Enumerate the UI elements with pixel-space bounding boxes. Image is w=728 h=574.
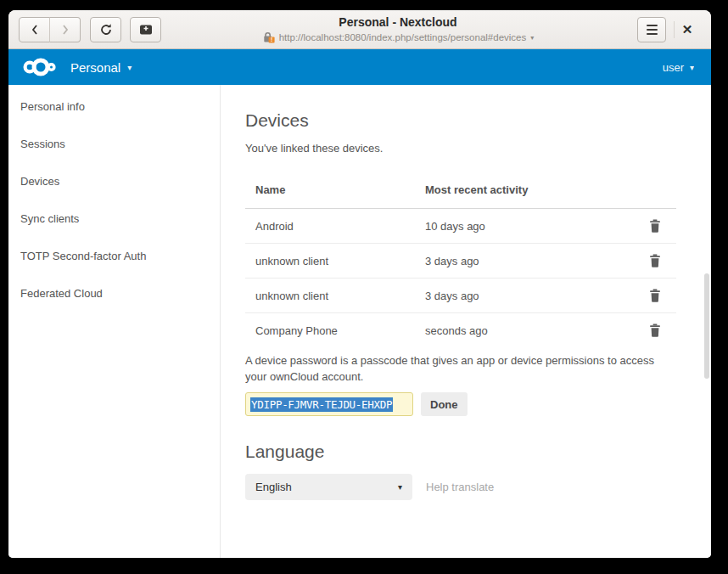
sidebar-item-sessions[interactable]: Sessions xyxy=(8,125,220,162)
delete-device-button[interactable] xyxy=(647,252,663,269)
language-select[interactable]: English ▾ xyxy=(245,474,412,500)
nextcloud-header: Personal ▾ user ▾ xyxy=(8,49,711,85)
chevron-right-icon xyxy=(61,24,70,36)
trash-icon xyxy=(649,254,661,267)
hamburger-icon xyxy=(647,25,658,35)
vertical-scrollbar-thumb[interactable] xyxy=(704,273,709,379)
browser-window: Personal - Nextcloud ! http://localhost:… xyxy=(8,10,711,558)
device-password-row: YDIPP-FJMVR-TEJDU-EHXDP Done xyxy=(245,392,711,416)
table-row: Company Phone seconds ago xyxy=(245,313,676,348)
browser-headerbar: Personal - Nextcloud ! http://localhost:… xyxy=(8,10,711,49)
user-menu[interactable]: user ▾ xyxy=(663,61,694,74)
device-activity: 10 days ago xyxy=(425,209,600,244)
done-button[interactable]: Done xyxy=(421,392,468,416)
devices-title: Devices xyxy=(245,110,711,131)
settings-sidebar: Personal info Sessions Devices Sync clie… xyxy=(8,85,221,558)
new-tab-button[interactable] xyxy=(130,17,161,42)
nextcloud-logo-icon xyxy=(21,58,60,76)
sidebar-item-personal-info[interactable]: Personal info xyxy=(8,87,220,125)
delete-device-button[interactable] xyxy=(647,217,663,234)
device-name: Company Phone xyxy=(245,313,425,348)
lock-warning-icon: ! xyxy=(262,31,275,43)
device-name: unknown client xyxy=(245,279,425,313)
trash-icon xyxy=(649,289,661,302)
sidebar-item-devices[interactable]: Devices xyxy=(8,162,220,200)
user-menu-label: user xyxy=(663,61,684,74)
devices-table: Name Most recent activity Android 10 day… xyxy=(245,178,676,347)
back-button[interactable] xyxy=(19,17,50,42)
reload-icon xyxy=(99,23,113,37)
app-menu[interactable]: Personal ▾ xyxy=(70,60,132,75)
titlebar-center: Personal - Nextcloud ! http://localhost:… xyxy=(165,15,630,43)
table-row: unknown client 3 days ago xyxy=(245,279,676,313)
close-button[interactable]: ✕ xyxy=(675,17,700,42)
column-header-actions xyxy=(600,178,676,209)
sidebar-item-federated-cloud[interactable]: Federated Cloud xyxy=(8,274,220,312)
table-row: unknown client 3 days ago xyxy=(245,244,676,279)
trash-icon xyxy=(649,219,661,233)
svg-text:!: ! xyxy=(271,37,272,42)
device-activity: 3 days ago xyxy=(425,244,600,279)
settings-main: Devices You've linked these devices. Nam… xyxy=(221,85,711,558)
trash-icon xyxy=(649,324,661,337)
url-caret-icon: ▾ xyxy=(530,32,534,43)
device-activity: seconds ago xyxy=(425,313,600,348)
url-text: http://localhost:8080/index.php/settings… xyxy=(279,32,527,43)
close-icon: ✕ xyxy=(682,22,693,37)
devices-subtitle: You've linked these devices. xyxy=(245,142,711,155)
user-menu-caret-icon: ▾ xyxy=(690,63,694,72)
device-activity: 3 days ago xyxy=(425,279,600,313)
language-title: Language xyxy=(245,442,711,462)
sidebar-item-totp[interactable]: TOTP Second-factor Auth xyxy=(8,237,220,274)
chevron-left-icon xyxy=(31,24,39,36)
page-content: Personal info Sessions Devices Sync clie… xyxy=(8,85,711,558)
device-password-field[interactable]: YDIPP-FJMVR-TEJDU-EHXDP xyxy=(245,392,413,416)
select-caret-icon: ▾ xyxy=(398,482,402,492)
language-row: English ▾ Help translate xyxy=(245,474,711,500)
menu-button[interactable] xyxy=(637,17,666,42)
delete-device-button[interactable] xyxy=(647,322,663,339)
help-translate-link[interactable]: Help translate xyxy=(426,481,494,493)
sidebar-item-sync-clients[interactable]: Sync clients xyxy=(8,200,220,237)
table-row: Android 10 days ago xyxy=(245,209,676,244)
device-name: Android xyxy=(245,209,425,244)
new-tab-icon xyxy=(139,24,153,36)
delete-device-button[interactable] xyxy=(647,287,663,304)
window-title: Personal - Nextcloud xyxy=(165,15,630,30)
column-header-name: Name xyxy=(245,178,425,209)
app-menu-label: Personal xyxy=(70,60,120,75)
language-selected-option: English xyxy=(255,481,292,493)
forward-button[interactable] xyxy=(49,17,81,42)
url-bar[interactable]: ! http://localhost:8080/index.php/settin… xyxy=(165,31,630,43)
device-name: unknown client xyxy=(245,244,425,279)
device-password-value: YDIPP-FJMVR-TEJDU-EHXDP xyxy=(250,397,393,412)
devices-table-header-row: Name Most recent activity xyxy=(245,178,676,209)
device-password-hint: A device password is a passcode that giv… xyxy=(245,352,669,385)
app-menu-caret-icon: ▾ xyxy=(127,63,132,72)
column-header-activity: Most recent activity xyxy=(425,178,600,209)
reload-button[interactable] xyxy=(90,17,121,42)
